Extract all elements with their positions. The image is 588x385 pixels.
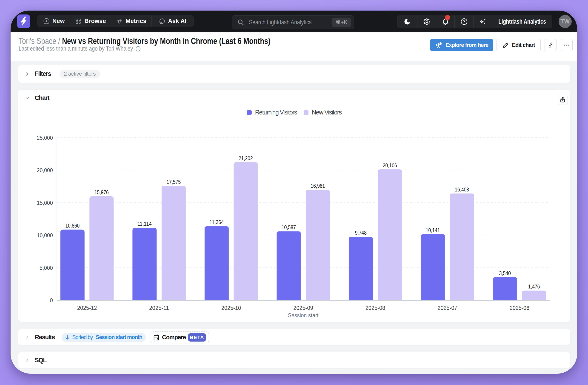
svg-text:2025-07: 2025-07 <box>438 305 457 311</box>
svg-text:16,408: 16,408 <box>455 187 469 192</box>
svg-text:10,587: 10,587 <box>282 224 296 230</box>
svg-text:1,476: 1,476 <box>528 284 540 290</box>
svg-text:11,114: 11,114 <box>137 221 152 227</box>
svg-text:17,575: 17,575 <box>167 179 181 185</box>
svg-text:Session start: Session start <box>288 312 319 318</box>
svg-text:11,364: 11,364 <box>210 219 224 225</box>
svg-text:9,748: 9,748 <box>355 230 367 236</box>
svg-text:5,000: 5,000 <box>40 265 53 271</box>
svg-text:25,000: 25,000 <box>37 135 53 141</box>
svg-text:10,000: 10,000 <box>37 232 53 238</box>
svg-text:2025-08: 2025-08 <box>365 305 385 311</box>
svg-text:15,976: 15,976 <box>94 189 109 195</box>
svg-text:2025-12: 2025-12 <box>77 305 97 311</box>
svg-text:2025-09: 2025-09 <box>293 305 313 311</box>
svg-text:20,000: 20,000 <box>37 167 53 173</box>
svg-text:16,961: 16,961 <box>311 183 325 189</box>
svg-text:3,540: 3,540 <box>499 270 511 276</box>
svg-text:0: 0 <box>50 297 53 303</box>
svg-text:10,860: 10,860 <box>65 223 80 229</box>
svg-text:10,141: 10,141 <box>426 227 440 233</box>
svg-text:2025-06: 2025-06 <box>510 305 529 311</box>
svg-text:2025-10: 2025-10 <box>221 305 241 311</box>
svg-text:21,202: 21,202 <box>239 155 253 161</box>
svg-text:2025-11: 2025-11 <box>149 305 169 311</box>
svg-text:20,106: 20,106 <box>383 163 397 169</box>
svg-text:15,000: 15,000 <box>37 200 53 206</box>
